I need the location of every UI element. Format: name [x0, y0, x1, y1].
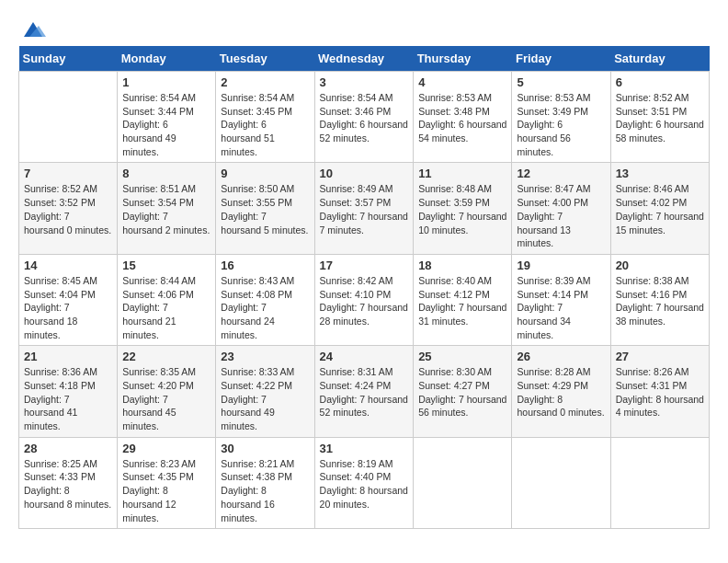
day-info: Sunrise: 8:54 AMSunset: 3:46 PMDaylight:…: [320, 91, 409, 145]
day-info: Sunrise: 8:30 AMSunset: 4:27 PMDaylight:…: [418, 365, 506, 419]
weekday-header-saturday: Saturday: [610, 46, 709, 72]
calendar-cell: 22Sunrise: 8:35 AMSunset: 4:20 PMDayligh…: [118, 346, 216, 437]
calendar-week-row: 28Sunrise: 8:25 AMSunset: 4:33 PMDayligh…: [19, 437, 710, 528]
day-info: Sunrise: 8:21 AMSunset: 4:38 PMDaylight:…: [221, 457, 309, 524]
day-number: 6: [616, 75, 704, 89]
day-info: Sunrise: 8:35 AMSunset: 4:20 PMDaylight:…: [122, 365, 210, 432]
day-number: 4: [418, 75, 506, 89]
day-number: 9: [221, 167, 309, 180]
day-info: Sunrise: 8:49 AMSunset: 3:57 PMDaylight:…: [320, 182, 409, 236]
calendar-cell: 31Sunrise: 8:19 AMSunset: 4:40 PMDayligh…: [314, 437, 414, 528]
calendar-cell: 20Sunrise: 8:38 AMSunset: 4:16 PMDayligh…: [610, 254, 709, 345]
day-number: 28: [24, 442, 112, 455]
day-number: 7: [24, 167, 112, 180]
day-info: Sunrise: 8:54 AMSunset: 3:44 PMDaylight:…: [122, 91, 210, 158]
calendar-cell: 11Sunrise: 8:48 AMSunset: 3:59 PMDayligh…: [414, 163, 512, 254]
calendar-cell: 21Sunrise: 8:36 AMSunset: 4:18 PMDayligh…: [19, 346, 118, 437]
calendar-cell: 30Sunrise: 8:21 AMSunset: 4:38 PMDayligh…: [216, 437, 314, 528]
day-info: Sunrise: 8:53 AMSunset: 3:49 PMDaylight:…: [517, 91, 605, 158]
day-info: Sunrise: 8:36 AMSunset: 4:18 PMDaylight:…: [24, 365, 112, 432]
day-number: 15: [122, 259, 210, 272]
weekday-header-sunday: Sunday: [19, 46, 118, 72]
day-number: 19: [517, 259, 605, 272]
calendar-cell: 4Sunrise: 8:53 AMSunset: 3:48 PMDaylight…: [414, 72, 512, 163]
day-info: Sunrise: 8:38 AMSunset: 4:16 PMDaylight:…: [616, 274, 704, 328]
day-info: Sunrise: 8:44 AMSunset: 4:06 PMDaylight:…: [122, 274, 210, 341]
calendar-cell: 10Sunrise: 8:49 AMSunset: 3:57 PMDayligh…: [314, 163, 414, 254]
calendar-cell: 5Sunrise: 8:53 AMSunset: 3:49 PMDaylight…: [512, 72, 610, 163]
page-header: [18, 18, 710, 37]
day-info: Sunrise: 8:31 AMSunset: 4:24 PMDaylight:…: [320, 365, 409, 419]
day-info: Sunrise: 8:53 AMSunset: 3:48 PMDaylight:…: [418, 91, 506, 145]
day-info: Sunrise: 8:52 AMSunset: 3:52 PMDaylight:…: [24, 182, 112, 236]
day-info: Sunrise: 8:45 AMSunset: 4:04 PMDaylight:…: [24, 274, 112, 341]
calendar-table: SundayMondayTuesdayWednesdayThursdayFrid…: [18, 46, 710, 529]
day-number: 20: [616, 259, 704, 272]
calendar-cell: 17Sunrise: 8:42 AMSunset: 4:10 PMDayligh…: [314, 254, 414, 345]
day-info: Sunrise: 8:39 AMSunset: 4:14 PMDaylight:…: [517, 274, 605, 341]
calendar-cell: 23Sunrise: 8:33 AMSunset: 4:22 PMDayligh…: [216, 346, 314, 437]
calendar-cell: 6Sunrise: 8:52 AMSunset: 3:51 PMDaylight…: [610, 72, 709, 163]
day-number: 13: [616, 167, 704, 180]
calendar-cell: 9Sunrise: 8:50 AMSunset: 3:55 PMDaylight…: [216, 163, 314, 254]
day-info: Sunrise: 8:40 AMSunset: 4:12 PMDaylight:…: [418, 274, 506, 328]
day-info: Sunrise: 8:48 AMSunset: 3:59 PMDaylight:…: [418, 182, 506, 236]
day-number: 21: [24, 350, 112, 363]
day-info: Sunrise: 8:50 AMSunset: 3:55 PMDaylight:…: [221, 182, 309, 236]
calendar-cell: 13Sunrise: 8:46 AMSunset: 4:02 PMDayligh…: [610, 163, 709, 254]
day-number: 26: [517, 350, 605, 363]
day-info: Sunrise: 8:54 AMSunset: 3:45 PMDaylight:…: [221, 91, 309, 158]
day-info: Sunrise: 8:47 AMSunset: 4:00 PMDaylight:…: [517, 182, 605, 249]
calendar-cell: [414, 437, 512, 528]
day-info: Sunrise: 8:25 AMSunset: 4:33 PMDaylight:…: [24, 457, 112, 511]
day-number: 18: [418, 259, 506, 272]
day-number: 5: [517, 75, 605, 89]
day-number: 16: [221, 259, 309, 272]
calendar-cell: 14Sunrise: 8:45 AMSunset: 4:04 PMDayligh…: [19, 254, 118, 345]
weekday-header-tuesday: Tuesday: [216, 46, 314, 72]
calendar-cell: 24Sunrise: 8:31 AMSunset: 4:24 PMDayligh…: [314, 346, 414, 437]
calendar-cell: 1Sunrise: 8:54 AMSunset: 3:44 PMDaylight…: [118, 72, 216, 163]
calendar-cell: 2Sunrise: 8:54 AMSunset: 3:45 PMDaylight…: [216, 72, 314, 163]
day-number: 25: [418, 350, 506, 363]
calendar-cell: 25Sunrise: 8:30 AMSunset: 4:27 PMDayligh…: [414, 346, 512, 437]
day-number: 17: [320, 259, 409, 272]
calendar-cell: 7Sunrise: 8:52 AMSunset: 3:52 PMDaylight…: [19, 163, 118, 254]
calendar-cell: 15Sunrise: 8:44 AMSunset: 4:06 PMDayligh…: [118, 254, 216, 345]
day-info: Sunrise: 8:42 AMSunset: 4:10 PMDaylight:…: [320, 274, 409, 328]
calendar-cell: 28Sunrise: 8:25 AMSunset: 4:33 PMDayligh…: [19, 437, 118, 528]
calendar-cell: [19, 72, 118, 163]
day-number: 30: [221, 442, 309, 455]
day-info: Sunrise: 8:19 AMSunset: 4:40 PMDaylight:…: [320, 457, 409, 511]
calendar-header-row: SundayMondayTuesdayWednesdayThursdayFrid…: [19, 46, 710, 72]
calendar-cell: 3Sunrise: 8:54 AMSunset: 3:46 PMDaylight…: [314, 72, 414, 163]
day-number: 10: [320, 167, 409, 180]
day-number: 2: [221, 75, 309, 89]
day-info: Sunrise: 8:43 AMSunset: 4:08 PMDaylight:…: [221, 274, 309, 341]
day-info: Sunrise: 8:33 AMSunset: 4:22 PMDaylight:…: [221, 365, 309, 432]
calendar-cell: 29Sunrise: 8:23 AMSunset: 4:35 PMDayligh…: [118, 437, 216, 528]
calendar-cell: 27Sunrise: 8:26 AMSunset: 4:31 PMDayligh…: [610, 346, 709, 437]
day-number: 27: [616, 350, 704, 363]
day-info: Sunrise: 8:28 AMSunset: 4:29 PMDaylight:…: [517, 365, 605, 419]
calendar-cell: 19Sunrise: 8:39 AMSunset: 4:14 PMDayligh…: [512, 254, 610, 345]
day-info: Sunrise: 8:46 AMSunset: 4:02 PMDaylight:…: [616, 182, 704, 236]
weekday-header-monday: Monday: [118, 46, 216, 72]
day-number: 23: [221, 350, 309, 363]
day-number: 8: [122, 167, 210, 180]
day-number: 14: [24, 259, 112, 272]
calendar-week-row: 1Sunrise: 8:54 AMSunset: 3:44 PMDaylight…: [19, 72, 710, 163]
logo: [18, 18, 46, 37]
calendar-cell: 8Sunrise: 8:51 AMSunset: 3:54 PMDaylight…: [118, 163, 216, 254]
day-info: Sunrise: 8:52 AMSunset: 3:51 PMDaylight:…: [616, 91, 704, 145]
calendar-week-row: 7Sunrise: 8:52 AMSunset: 3:52 PMDaylight…: [19, 163, 710, 254]
calendar-week-row: 21Sunrise: 8:36 AMSunset: 4:18 PMDayligh…: [19, 346, 710, 437]
day-number: 24: [320, 350, 409, 363]
weekday-header-friday: Friday: [512, 46, 610, 72]
day-number: 22: [122, 350, 210, 363]
calendar-cell: 26Sunrise: 8:28 AMSunset: 4:29 PMDayligh…: [512, 346, 610, 437]
calendar-week-row: 14Sunrise: 8:45 AMSunset: 4:04 PMDayligh…: [19, 254, 710, 345]
day-number: 12: [517, 167, 605, 180]
day-info: Sunrise: 8:23 AMSunset: 4:35 PMDaylight:…: [122, 457, 210, 524]
calendar-cell: [610, 437, 709, 528]
